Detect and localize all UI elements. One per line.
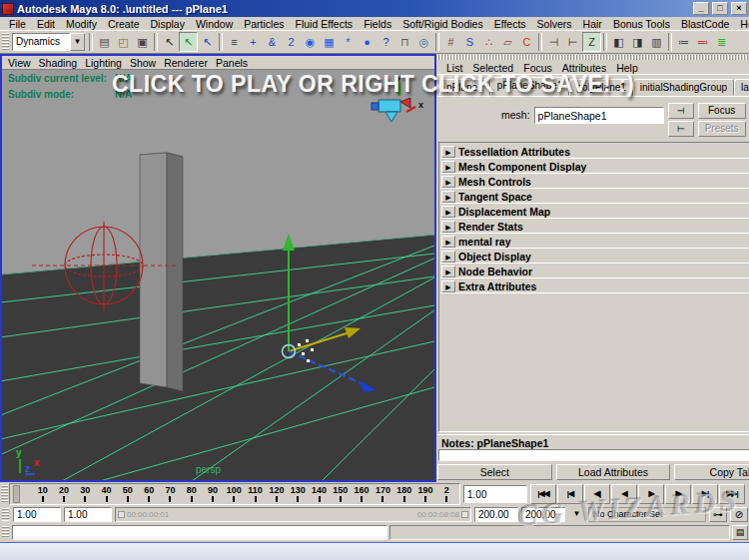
- highlight-selection-icon[interactable]: ◎: [414, 32, 433, 52]
- mask-handles-icon[interactable]: +: [244, 32, 263, 52]
- attribute-section-displacement-map[interactable]: ▶Displacement Map: [440, 205, 749, 219]
- attribute-section-extra-attributes[interactable]: ▶Extra Attributes: [440, 280, 749, 293]
- mask-dynamics-icon[interactable]: *: [339, 32, 358, 52]
- load-attributes-button[interactable]: Load Attributes: [556, 464, 671, 480]
- select-hierarchy-icon[interactable]: ↖: [160, 32, 179, 52]
- end-timecode-checkbox[interactable]: [461, 511, 468, 518]
- expand-arrow-icon[interactable]: ▶: [441, 236, 455, 248]
- expand-arrow-icon[interactable]: ▶: [441, 206, 455, 218]
- mask-deformations-icon[interactable]: ▦: [320, 32, 339, 52]
- snap-curves-icon[interactable]: S: [460, 32, 479, 52]
- minimize-button[interactable]: _: [693, 2, 709, 15]
- range-slider-drag-handle[interactable]: [2, 508, 9, 521]
- viewport-menu-shading[interactable]: Shading: [37, 57, 84, 69]
- menu-item-particles[interactable]: Particles: [239, 18, 289, 30]
- show-channel-box-icon[interactable]: ≣: [712, 32, 731, 52]
- render-current-frame-icon[interactable]: ◧: [609, 32, 628, 52]
- attribute-section-mesh-component-display[interactable]: ▶Mesh Component Display: [440, 160, 749, 174]
- mask-joints-icon[interactable]: &: [263, 32, 282, 52]
- viewport-3d[interactable]: y x y z x persp: [2, 70, 434, 480]
- timeline-tick-2[interactable]: 2: [436, 485, 457, 503]
- timeline-tick-140[interactable]: 140: [309, 485, 330, 503]
- viewport-menu-show[interactable]: Show: [128, 57, 162, 69]
- range-slider-bar[interactable]: 00:00:00:01 00:00:08:08: [115, 507, 471, 522]
- mask-surfaces-icon[interactable]: ◉: [301, 32, 320, 52]
- attribute-section-object-display[interactable]: ▶Object Display: [440, 250, 749, 264]
- menu-item-hair[interactable]: Hair: [578, 18, 607, 30]
- viewport-menu-view[interactable]: View: [6, 57, 37, 69]
- render-settings-icon[interactable]: ▥: [647, 32, 666, 52]
- current-frame-marker[interactable]: [13, 485, 20, 503]
- presets-button[interactable]: Presets: [698, 121, 746, 137]
- script-editor-icon[interactable]: ▤: [732, 525, 748, 540]
- expand-arrow-icon[interactable]: ▶: [441, 191, 455, 203]
- chevron-down-icon[interactable]: ▼: [70, 33, 85, 51]
- toolbar-drag-handle[interactable]: [2, 33, 9, 51]
- menu-item-fluid-effects[interactable]: Fluid Effects: [291, 18, 359, 30]
- construction-history-icon[interactable]: Z: [582, 32, 601, 52]
- notes-input[interactable]: [438, 449, 749, 461]
- mask-curves-icon[interactable]: 2: [282, 32, 301, 52]
- make-live-icon[interactable]: C: [517, 32, 536, 52]
- menu-item-create[interactable]: Create: [103, 18, 145, 30]
- timeline-tick-170[interactable]: 170: [373, 485, 393, 503]
- maximize-button[interactable]: □: [712, 2, 728, 15]
- menu-item-file[interactable]: File: [4, 18, 31, 30]
- expand-arrow-icon[interactable]: ▶: [441, 251, 455, 263]
- tab-initialshadinggroup[interactable]: initialShadingGroup: [633, 79, 734, 96]
- close-button[interactable]: ×: [731, 2, 747, 15]
- attribute-editor-drag-handle[interactable]: [437, 55, 749, 60]
- expand-arrow-icon[interactable]: ▶: [441, 221, 455, 233]
- viewport-menu-renderer[interactable]: Renderer: [162, 57, 214, 69]
- lock-selection-icon[interactable]: ⊓: [395, 32, 414, 52]
- attribute-section-tessellation-attributes[interactable]: ▶Tessellation Attributes: [440, 145, 749, 159]
- timeline-tick-110[interactable]: 110: [245, 485, 266, 503]
- attribute-section-render-stats[interactable]: ▶Render Stats: [440, 220, 749, 234]
- menu-item-bonus-tools[interactable]: Bonus Tools: [608, 18, 675, 30]
- expand-arrow-icon[interactable]: ▶: [441, 161, 455, 173]
- menu-item-blastcode[interactable]: BlastCode: [676, 18, 734, 30]
- mask-misc-icon[interactable]: ?: [376, 32, 395, 52]
- menu-item-window[interactable]: Window: [191, 18, 238, 30]
- show-tool-settings-icon[interactable]: ≕: [693, 32, 712, 52]
- expand-arrow-icon[interactable]: ▶: [441, 266, 455, 278]
- pillar-box[interactable]: [140, 153, 183, 391]
- select-button[interactable]: Select: [437, 464, 552, 480]
- input-connections-icon[interactable]: ⊣: [544, 32, 563, 52]
- playback-end-input[interactable]: [474, 507, 518, 522]
- timeline-tick-40[interactable]: 40: [96, 485, 117, 503]
- mask-rendering-icon[interactable]: ●: [358, 32, 376, 52]
- timeline-tick-30[interactable]: 30: [75, 485, 96, 503]
- open-scene-icon[interactable]: ◰: [114, 32, 133, 52]
- expand-arrow-icon[interactable]: ▶: [441, 146, 455, 158]
- load-input-connections-button[interactable]: ⊣: [668, 103, 694, 119]
- timeline-tick-10[interactable]: 10: [32, 485, 53, 503]
- show-attribute-editor-icon[interactable]: ≔: [674, 32, 693, 52]
- select-object-icon[interactable]: ↖: [179, 32, 198, 52]
- timeline-tick-70[interactable]: 70: [160, 485, 181, 503]
- snap-grids-icon[interactable]: #: [441, 32, 460, 52]
- timeline-tick-130[interactable]: 130: [288, 485, 309, 503]
- perspective-view-panel[interactable]: ViewShadingLightingShowRendererPanels: [0, 54, 436, 482]
- start-timecode-checkbox[interactable]: [118, 511, 125, 518]
- timeline-tick-80[interactable]: 80: [181, 485, 202, 503]
- mask-popup-icon[interactable]: ≡: [225, 32, 244, 52]
- viewport-menu-panels[interactable]: Panels: [214, 57, 254, 69]
- attribute-section-mental-ray[interactable]: ▶mental ray: [440, 235, 749, 249]
- timeline-tick-150[interactable]: 150: [330, 485, 351, 503]
- command-line-input[interactable]: [12, 525, 387, 540]
- timeline-tick-50[interactable]: 50: [117, 485, 138, 503]
- timeline-tick-180[interactable]: 180: [393, 485, 414, 503]
- timeline-tick-100[interactable]: 100: [224, 485, 245, 503]
- mesh-name-input[interactable]: [534, 107, 664, 124]
- tab-lambert1[interactable]: lambert1: [734, 79, 749, 96]
- timeline-tick-60[interactable]: 60: [138, 485, 159, 503]
- attribute-section-tangent-space[interactable]: ▶Tangent Space: [440, 190, 749, 204]
- output-connections-icon[interactable]: ⊢: [563, 32, 582, 52]
- expand-arrow-icon[interactable]: ▶: [441, 176, 455, 188]
- attribute-section-mesh-controls[interactable]: ▶Mesh Controls: [440, 175, 749, 189]
- time-slider[interactable]: 1020304050607080901001101201301401501601…: [9, 483, 460, 505]
- menu-set-value[interactable]: Dynamics: [12, 33, 70, 51]
- menu-item-solvers[interactable]: Solvers: [532, 18, 577, 30]
- timeline-tick-20[interactable]: 20: [53, 485, 74, 503]
